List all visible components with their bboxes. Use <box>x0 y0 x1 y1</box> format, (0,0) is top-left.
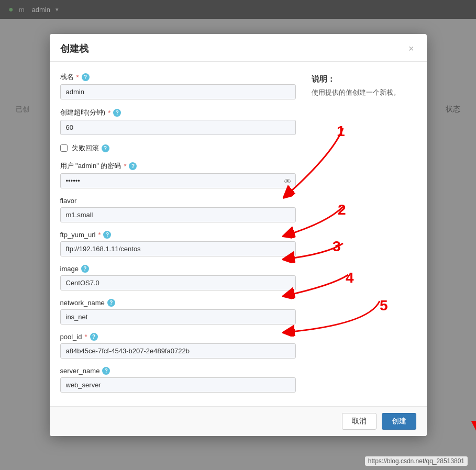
server-name-group: server_name ? <box>60 367 296 393</box>
stack-name-required: * <box>76 73 79 81</box>
rollback-label: 失败回滚 ? <box>72 143 109 153</box>
ftp-yum-url-group: ftp_yum_url * ? <box>60 231 296 256</box>
pool-id-label-text: pool_id <box>60 333 82 341</box>
ftp-yum-url-label: ftp_yum_url * ? <box>60 231 296 239</box>
form-section: 栈名 * ? 创建超时(分钟) * ? <box>60 72 296 401</box>
image-input[interactable] <box>60 275 296 290</box>
flavor-group: flavor <box>60 197 296 222</box>
stack-name-group: 栈名 * ? <box>60 72 296 99</box>
stack-name-label: 栈名 * ? <box>60 72 296 82</box>
flavor-input[interactable] <box>60 207 296 222</box>
footer-url: https://blog.csdn.net/qq_28513801 <box>365 456 468 466</box>
network-name-help-icon[interactable]: ? <box>107 299 115 307</box>
pool-id-label: pool_id * ? <box>60 333 296 341</box>
ftp-yum-url-required: * <box>98 231 101 239</box>
server-name-label-text: server_name <box>60 367 100 375</box>
ftp-yum-url-label-text: ftp_yum_url <box>60 231 96 239</box>
modal-dialog: 创建栈 × 栈名 * ? 创建超时(分钟) <box>50 34 427 436</box>
modal-body: 栈名 * ? 创建超时(分钟) * ? <box>50 62 427 406</box>
image-label-text: image <box>60 265 79 273</box>
pool-id-required: * <box>84 333 87 341</box>
stack-name-input[interactable] <box>60 84 296 99</box>
stack-name-text: 栈名 <box>60 72 74 82</box>
modal-backdrop: 创建栈 × 栈名 * ? 创建超时(分钟) <box>0 0 476 470</box>
server-name-help-icon[interactable]: ? <box>102 367 110 375</box>
pool-id-help-icon[interactable]: ? <box>90 333 98 341</box>
network-name-label-text: network_name <box>60 299 105 307</box>
rollback-help-icon[interactable]: ? <box>102 144 109 152</box>
password-wrapper: 👁 <box>60 173 296 188</box>
eye-icon[interactable]: 👁 <box>284 176 292 185</box>
network-name-input[interactable] <box>60 309 296 324</box>
network-name-label: network_name ? <box>60 299 296 307</box>
modal-close-button[interactable]: × <box>406 44 416 53</box>
server-name-label: server_name ? <box>60 367 296 375</box>
create-button[interactable]: 创建 <box>382 413 416 430</box>
image-help-icon[interactable]: ? <box>81 265 89 273</box>
stack-name-help-icon[interactable]: ? <box>82 73 90 81</box>
modal-footer: 取消 创建 <box>50 406 427 436</box>
create-timeout-text: 创建超时(分钟) <box>60 108 106 117</box>
password-input[interactable] <box>60 173 296 188</box>
password-label-text: 用户 "admin" 的密码 <box>60 161 121 171</box>
flavor-label-text: flavor <box>60 197 77 205</box>
password-group: 用户 "admin" 的密码 * ? 👁 <box>60 161 296 188</box>
flavor-label: flavor <box>60 197 296 205</box>
image-group: image ? <box>60 265 296 290</box>
image-label: image ? <box>60 265 296 273</box>
rollback-checkbox[interactable] <box>60 144 68 152</box>
modal-header: 创建栈 × <box>50 34 427 62</box>
create-timeout-label: 创建超时(分钟) * ? <box>60 108 296 117</box>
network-name-group: network_name ? <box>60 299 296 324</box>
pool-id-input[interactable] <box>60 343 296 359</box>
create-timeout-required: * <box>108 109 110 117</box>
rollback-row: 失败回滚 ? <box>60 143 296 153</box>
password-help-icon[interactable]: ? <box>129 162 137 170</box>
server-name-input[interactable] <box>60 377 296 393</box>
info-section: 说明： 使用提供的值创建一个新栈。 <box>312 72 416 401</box>
password-label: 用户 "admin" 的密码 * ? <box>60 161 296 171</box>
cancel-button[interactable]: 取消 <box>342 413 377 430</box>
info-text: 使用提供的值创建一个新栈。 <box>312 87 416 98</box>
create-timeout-help-icon[interactable]: ? <box>113 109 121 117</box>
ftp-yum-url-help-icon[interactable]: ? <box>103 231 111 239</box>
create-timeout-input[interactable] <box>60 120 296 135</box>
info-title: 说明： <box>312 74 416 84</box>
create-timeout-group: 创建超时(分钟) * ? <box>60 108 296 135</box>
modal-title: 创建栈 <box>60 42 88 55</box>
password-required: * <box>124 162 126 170</box>
pool-id-group: pool_id * ? <box>60 333 296 359</box>
ftp-yum-url-input[interactable] <box>60 241 296 256</box>
